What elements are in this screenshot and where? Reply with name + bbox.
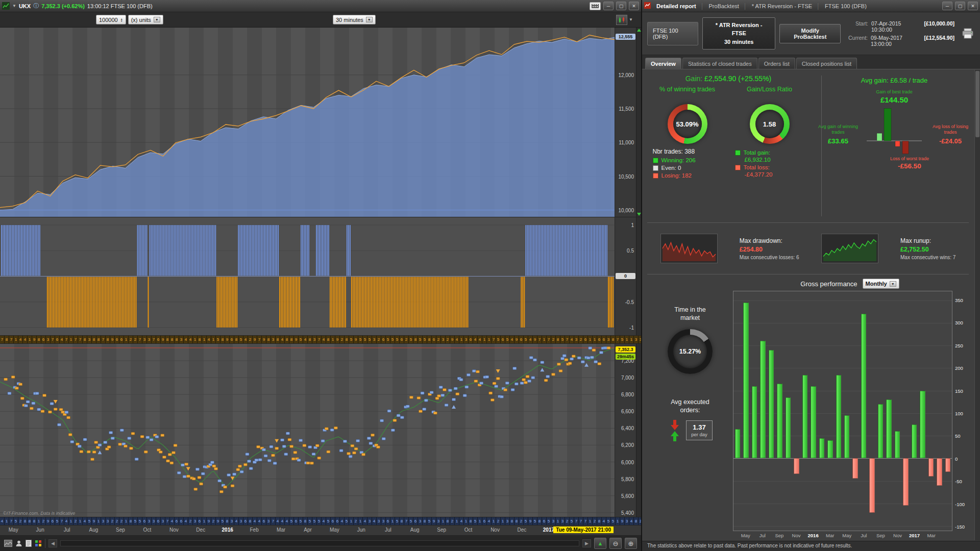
strip-cell: 2 [593, 517, 597, 525]
minimize-button[interactable]: ─ [942, 2, 952, 10]
performance-bar [786, 397, 791, 458]
strip-cell: 3 [239, 517, 243, 525]
document-icon[interactable] [26, 540, 32, 547]
horizontal-scrollbar[interactable] [60, 540, 579, 546]
pane-scrollbar[interactable] [636, 344, 641, 517]
close-button[interactable]: ✕ [968, 2, 978, 10]
strip-cell: 9 [432, 517, 436, 525]
strip-cell: 7 [537, 336, 542, 343]
drawdown-runup-section: Max drawdown: £254.80 Max consecutive lo… [642, 223, 974, 274]
time-axis-label: Nov [169, 527, 179, 533]
strip-cell: 4 [487, 517, 492, 525]
user-icon[interactable] [15, 540, 22, 547]
print-icon[interactable] [962, 28, 974, 39]
info-icon[interactable]: ⓘ [33, 2, 39, 10]
pane-scrollbar[interactable] [636, 28, 641, 217]
strip-cell: 7 [64, 336, 69, 343]
tab-overview[interactable]: Overview [645, 58, 681, 69]
strip-cell: 2 [248, 336, 253, 343]
titlebar-tab-probacktest[interactable]: ProBacktest [707, 3, 741, 9]
current-amount: [£12,554.90] [924, 35, 954, 47]
zoom-out-icon[interactable]: ⊖ [609, 538, 622, 549]
modify-probacktest-button[interactable]: Modify ProBacktest [779, 24, 841, 43]
minimize-button[interactable]: ─ [603, 2, 614, 10]
scrollbar-thumb[interactable] [975, 71, 979, 137]
strip-cell: 8 [83, 336, 87, 343]
avg-trade-bars-chart [864, 104, 925, 164]
month-label: Jul [760, 533, 766, 538]
strip-cell: 2 [18, 517, 23, 525]
strip-cell: 6 [115, 336, 119, 343]
indicator-colors-icon[interactable] [35, 540, 42, 547]
titlebar-separator: │ [744, 3, 747, 9]
scroll-down-icon[interactable] [637, 213, 641, 216]
winning-trades-title: % of winning trades [659, 86, 716, 102]
positions-plot[interactable] [0, 217, 615, 335]
strip-cell: 5 [326, 517, 331, 525]
keyboard-icon[interactable] [590, 2, 601, 10]
strip-cell: 8 [175, 336, 179, 343]
scroll-right-button[interactable]: ▶ [582, 539, 591, 547]
performance-bar [819, 438, 825, 459]
tab-closed-positions-list[interactable]: Closed positions list [796, 58, 857, 69]
titlebar-tab-detailed-report[interactable]: Detailed report [654, 3, 698, 9]
candlestick-style-icon[interactable] [616, 15, 627, 25]
report-scrollbar[interactable] [974, 70, 980, 540]
period-select[interactable]: Monthly ▼ [863, 279, 899, 289]
pane-scrollbar[interactable] [636, 217, 641, 335]
equity-pane[interactable]: 12,555 12,00011,50011,00010,50010,000 [0, 28, 641, 217]
strip-cell: 2 [450, 517, 455, 525]
strip-cell: 2 [41, 517, 46, 525]
equity-plot[interactable] [0, 28, 615, 217]
strip-cell: 2 [496, 517, 501, 525]
close-button[interactable]: ✕ [629, 2, 639, 10]
maximize-button[interactable]: ▢ [955, 2, 965, 10]
avg-gain-line: Avg gain: £6.58 / trade [815, 77, 974, 84]
quantity-input[interactable]: 100000 ▲▼ [96, 15, 126, 24]
timeframe-select[interactable]: 30 minutes ▼ [333, 15, 376, 24]
strip-cell: 3 [560, 517, 565, 525]
symbol-label[interactable]: UKX [19, 3, 31, 9]
tab-orders-list[interactable]: Orders list [758, 58, 795, 69]
price-pane[interactable]: ©IT-Finance.com. Data is indicative 7,35… [0, 344, 641, 517]
time-axis-label: 2017 [543, 527, 554, 533]
avg-orders-label: Avg executed orders: [670, 398, 710, 414]
scroll-left-button[interactable]: ◀ [48, 539, 57, 547]
price-plot[interactable]: ©IT-Finance.com. Data is indicative [0, 344, 615, 517]
time-axis[interactable]: MayJunJulAugSepOctNovDec2016FebMarAprMay… [0, 525, 641, 536]
strip-cell: 9 [294, 336, 299, 343]
strip-cell: 3 [161, 517, 165, 525]
strip-cell: 8 [23, 517, 28, 525]
max-drawdown-value: £254.80 [740, 246, 799, 253]
ratio-value: 1.58 [750, 104, 790, 144]
maximize-button[interactable]: ▢ [616, 2, 626, 10]
titlebar-tab-strategy[interactable]: * ATR Reversion - FTSE [750, 3, 814, 9]
instrument-tab[interactable]: FTSE 100 (DFB) [647, 22, 698, 45]
zoom-in-icon[interactable]: ⊕ [625, 538, 637, 549]
snapshot-icon[interactable] [4, 540, 12, 547]
grid-line [733, 300, 952, 301]
vertical-divider [821, 76, 822, 216]
units-select[interactable]: (x) units ▼ [128, 15, 163, 24]
scroll-up-icon[interactable] [637, 29, 641, 32]
chevron-down-icon[interactable]: ▼ [629, 17, 633, 22]
strip-cell: 8 [37, 336, 41, 343]
spinner-arrows-icon[interactable]: ▲▼ [120, 18, 123, 22]
strip-cell: 7 [9, 336, 14, 343]
strip-cell: 5 [87, 517, 92, 525]
axis-label: 5,800 [621, 476, 634, 482]
strip-cell: 6 [51, 517, 55, 525]
total-gain-value: £6,932.10 [745, 157, 804, 163]
auto-scroll-icon[interactable]: ▲ [594, 538, 606, 549]
strip-cell: 1 [69, 336, 74, 343]
strip-cell: 9 [253, 336, 257, 343]
strategy-tab[interactable]: * ATR Reversion - FTSE 30 minutes [702, 17, 775, 50]
performance-bar [903, 458, 909, 506]
strip-cell: 5 [423, 336, 427, 343]
titlebar-tab-instrument[interactable]: FTSE 100 (DFB) [823, 3, 869, 9]
chevron-down-icon[interactable]: ▼ [12, 4, 16, 8]
strip-cell: 2 [110, 517, 115, 525]
strip-cell: 6 [432, 336, 436, 343]
positions-pane[interactable]: 0 10.50-0.5-1 [0, 217, 641, 336]
tab-statistics-closed-trades[interactable]: Statistics of closed trades [682, 58, 757, 69]
